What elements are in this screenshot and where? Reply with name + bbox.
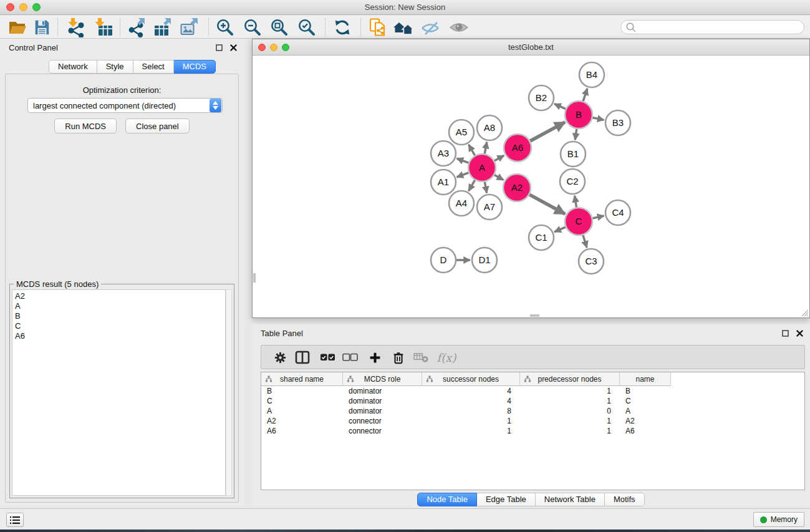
minimize-window-button[interactable]	[19, 3, 27, 11]
graph-node-A2[interactable]: A2	[503, 174, 531, 201]
table-cell[interactable]: A6	[261, 426, 343, 436]
graph-edge-A-A3[interactable]	[457, 158, 471, 163]
graph-node-C3[interactable]: C3	[579, 249, 604, 274]
float-table-panel-button[interactable]	[781, 329, 789, 337]
graph-edge-A-A1[interactable]	[457, 172, 471, 177]
table-tab-node-table[interactable]: Node Table	[417, 493, 477, 506]
graph-node-B[interactable]: B	[565, 101, 592, 128]
save-session-button[interactable]	[30, 17, 54, 37]
mcds-result-item[interactable]: B	[15, 311, 225, 321]
table-cell[interactable]: C	[620, 396, 671, 406]
graph-node-D1[interactable]: D1	[472, 248, 497, 273]
delete-table-button[interactable]	[411, 349, 431, 366]
column-header-shared-name[interactable]: shared name	[261, 372, 343, 386]
resize-grip-icon[interactable]	[801, 309, 809, 317]
table-cell[interactable]: dominator	[343, 396, 422, 406]
mcds-result-list[interactable]: A2ABCA6	[12, 289, 226, 496]
table-row[interactable]: A2connector11A2	[261, 416, 804, 426]
table-tab-edge-table[interactable]: Edge Table	[477, 493, 536, 506]
graph-node-B3[interactable]: B3	[605, 110, 630, 135]
close-window-button[interactable]	[6, 3, 14, 11]
graph-node-A1[interactable]: A1	[431, 170, 456, 195]
table-tab-network-table[interactable]: Network Table	[536, 493, 605, 506]
float-panel-button[interactable]	[215, 43, 223, 52]
mcds-result-item[interactable]: A2	[15, 291, 225, 301]
mcds-result-item[interactable]: A6	[15, 331, 225, 341]
table-cell[interactable]: 1	[422, 426, 520, 436]
show-all-button[interactable]	[447, 17, 471, 37]
table-cell[interactable]: 1	[422, 416, 520, 426]
table-cell[interactable]: 4	[422, 386, 520, 396]
graph-edge-A-A5[interactable]	[469, 145, 476, 157]
search-input[interactable]	[636, 22, 804, 33]
graph-edge-A-A4[interactable]	[469, 178, 476, 191]
import-network-button[interactable]	[64, 17, 87, 37]
graph-node-A7[interactable]: A7	[477, 195, 502, 220]
table-cell[interactable]: 1	[520, 416, 620, 426]
table-row[interactable]: Bdominator41B	[261, 386, 804, 396]
column-header-successor-nodes[interactable]: successor nodes	[422, 372, 520, 386]
network-graph[interactable]: B4B2BB3A5A8A6B1A3AA1C2A2A4A7C4CC1C3DD1	[253, 56, 809, 317]
graph-node-A4[interactable]: A4	[449, 191, 474, 216]
graph-edge-A2-C[interactable]	[528, 194, 565, 214]
graph-node-C[interactable]: C	[565, 208, 592, 235]
table-cell[interactable]: A2	[261, 416, 343, 426]
delete-column-button[interactable]	[388, 349, 408, 366]
table-cell[interactable]: 1	[520, 386, 620, 396]
zoom-fit-button[interactable]	[268, 17, 291, 37]
control-tab-network[interactable]: Network	[49, 60, 97, 74]
graph-node-A5[interactable]: A5	[449, 120, 474, 145]
table-cell[interactable]: A	[620, 406, 671, 416]
graph-edge-B-B4[interactable]	[582, 89, 587, 103]
home-button[interactable]	[392, 17, 415, 37]
table-row[interactable]: Adominator80A	[261, 406, 804, 416]
table-cell[interactable]: C	[261, 396, 343, 406]
mcds-result-item[interactable]: A	[15, 301, 225, 311]
function-builder-button[interactable]: f(x)	[433, 349, 460, 366]
network-canvas[interactable]: B4B2BB3A5A8A6B1A3AA1C2A2A4A7C4CC1C3DD1	[253, 56, 809, 317]
graph-node-B1[interactable]: B1	[561, 142, 586, 167]
result-scrollbar[interactable]	[226, 289, 232, 496]
graph-edge-A6-B[interactable]	[529, 122, 565, 142]
table-options-button[interactable]	[270, 349, 290, 366]
graph-node-C2[interactable]: C2	[560, 169, 585, 194]
column-header-name[interactable]: name	[620, 372, 671, 386]
new-network-from-selection-button[interactable]	[366, 17, 390, 37]
table-cell[interactable]: B	[261, 386, 343, 396]
import-table-button[interactable]	[92, 17, 115, 37]
canvas-vertical-scroll-nub[interactable]	[253, 273, 256, 283]
export-network-button[interactable]	[125, 17, 148, 37]
close-table-panel-button[interactable]	[795, 329, 804, 337]
table-cell[interactable]: 1	[520, 426, 620, 436]
search-field[interactable]	[620, 20, 804, 34]
column-header-mcds-role[interactable]: MCDS role	[343, 372, 422, 386]
show-columns-button[interactable]	[292, 349, 312, 366]
graph-node-A3[interactable]: A3	[431, 141, 456, 166]
criterion-dropdown[interactable]: largest connected component (directed)	[27, 98, 223, 113]
refresh-layout-button[interactable]	[330, 17, 354, 37]
graph-edge-C-C3[interactable]	[582, 233, 587, 248]
table-cell[interactable]: B	[620, 386, 671, 396]
close-network-window-button[interactable]	[258, 44, 266, 51]
table-cell[interactable]: dominator	[343, 406, 422, 416]
create-column-button[interactable]	[365, 349, 385, 366]
graph-edge-B-B2[interactable]	[554, 104, 567, 109]
table-cell[interactable]: 8	[422, 406, 520, 416]
graph-node-B2[interactable]: B2	[529, 85, 554, 110]
memory-status-button[interactable]: Memory	[753, 512, 804, 527]
table-cell[interactable]: 4	[422, 396, 520, 406]
open-session-button[interactable]	[6, 17, 29, 37]
graph-node-A[interactable]: A	[468, 154, 496, 181]
export-table-button[interactable]	[151, 17, 175, 37]
graph-edge-A-A8[interactable]	[485, 142, 487, 156]
table-cell[interactable]: A6	[620, 426, 671, 436]
table-cell[interactable]: dominator	[343, 386, 422, 396]
table-cell[interactable]: 0	[520, 406, 620, 416]
zoom-out-button[interactable]	[241, 17, 264, 37]
table-row[interactable]: Cdominator41C	[261, 396, 804, 406]
hide-selected-button[interactable]	[418, 17, 442, 37]
canvas-horizontal-scroll-nub[interactable]	[530, 314, 539, 317]
unselect-all-columns-button[interactable]	[340, 349, 360, 366]
minimize-network-window-button[interactable]	[270, 44, 277, 51]
table-cell[interactable]: A2	[620, 416, 671, 426]
